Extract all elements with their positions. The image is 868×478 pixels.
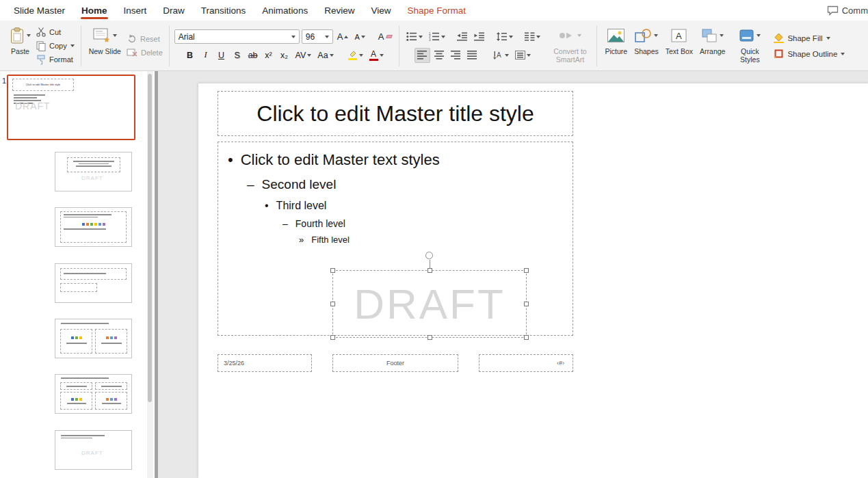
scrollbar-thumb[interactable] <box>148 74 152 402</box>
quick-styles-button[interactable]: Quick Styles <box>728 24 771 68</box>
rotate-handle[interactable] <box>425 252 433 259</box>
paste-label: Paste <box>11 47 29 55</box>
character-spacing-button[interactable]: AV <box>293 48 314 63</box>
delete-button[interactable]: Delete <box>124 47 165 59</box>
group-divider <box>596 25 597 66</box>
new-slide-button[interactable]: New Slide <box>86 24 124 68</box>
reset-button[interactable]: Reset <box>124 34 165 45</box>
text-highlight-button[interactable] <box>346 48 365 63</box>
shape-outline-button[interactable]: Shape Outline <box>774 49 845 59</box>
align-right-button[interactable] <box>449 48 463 63</box>
resize-handle-middle-right[interactable] <box>524 302 529 306</box>
outdent-icon <box>457 32 468 41</box>
increase-font-size-button[interactable]: A <box>335 29 351 44</box>
clear-formatting-button[interactable]: A <box>376 29 395 44</box>
cut-button[interactable]: Cut <box>34 27 77 38</box>
tab-home[interactable]: Home <box>73 0 116 21</box>
reset-icon <box>127 34 137 44</box>
layout-thumbnail-title-slide[interactable]: DRAFT <box>55 152 132 191</box>
tab-draw[interactable]: Draw <box>155 0 193 21</box>
copy-button[interactable]: Copy <box>34 40 77 52</box>
tab-view[interactable]: View <box>363 0 399 21</box>
arrange-label: Arrange <box>700 47 725 55</box>
ribbon-tab-bar: Slide Master Home Insert Draw Transition… <box>0 0 868 21</box>
thumbnail-scrollbar[interactable] <box>147 71 153 478</box>
numbering-button[interactable]: 123 <box>427 29 447 44</box>
resize-handle-bottom-right[interactable] <box>524 335 529 340</box>
decrease-indent-button[interactable] <box>455 29 470 44</box>
convert-to-smartart-button[interactable]: Convert to SmartArt <box>547 24 592 68</box>
change-case-button[interactable]: Aa <box>315 48 335 63</box>
master-slide-thumbnail[interactable]: Click to edit Master title style DRAFT <box>7 75 135 140</box>
chevron-down-icon <box>27 34 31 37</box>
slide-number-placeholder[interactable]: ‹#› <box>479 354 573 372</box>
format-painter-button[interactable]: Format <box>34 54 77 66</box>
increase-indent-button[interactable] <box>472 29 487 44</box>
line-spacing-button[interactable] <box>495 29 515 44</box>
strikethrough-button[interactable]: ab <box>246 48 260 63</box>
tab-shape-format[interactable]: Shape Format <box>399 0 474 21</box>
paste-button[interactable]: Paste <box>6 24 34 68</box>
shape-fill-button[interactable]: Shape Fill <box>774 33 845 43</box>
shape-fill-icon <box>774 33 784 43</box>
shapes-button[interactable]: Shapes <box>631 24 662 68</box>
underline-button[interactable]: U <box>215 48 228 63</box>
paste-icon <box>10 27 25 44</box>
body-level-1: •Click to edit Master text styles <box>228 151 573 169</box>
slide-number-placeholder-text: ‹#› <box>557 360 564 367</box>
shape-outline-label: Shape Outline <box>787 50 837 58</box>
chevron-down-icon <box>419 36 423 38</box>
scissors-icon <box>36 27 46 37</box>
tab-review[interactable]: Review <box>316 0 363 21</box>
resize-handle-top-center[interactable] <box>428 268 432 273</box>
resize-handle-bottom-left[interactable] <box>330 335 335 340</box>
tab-transitions[interactable]: Transitions <box>193 0 254 21</box>
font-size-select[interactable]: 96 <box>302 29 333 44</box>
bullets-button[interactable] <box>404 29 425 44</box>
font-name-select[interactable]: Arial <box>174 29 300 44</box>
numbering-icon: 123 <box>429 32 440 41</box>
layout-thumbnail-blank[interactable]: DRAFT <box>55 430 132 470</box>
font-color-button[interactable]: A <box>367 48 386 63</box>
title-placeholder[interactable]: Click to edit Master title style <box>218 91 573 136</box>
comments-button[interactable]: Comm <box>820 0 868 21</box>
italic-button[interactable]: I <box>199 48 213 63</box>
draft-watermark-textbox[interactable]: DRAFT <box>332 270 527 338</box>
chevron-down-icon <box>757 34 761 37</box>
align-text-button[interactable] <box>513 48 533 63</box>
align-center-button[interactable] <box>432 48 447 63</box>
resize-handle-middle-left[interactable] <box>330 302 335 306</box>
delete-label: Delete <box>141 49 163 57</box>
footer-placeholder[interactable]: Footer <box>332 354 458 372</box>
text-box-button[interactable]: A Text Box <box>662 24 696 68</box>
layout-thumbnail-title-only[interactable] <box>55 263 132 303</box>
smartart-area: Convert to SmartArt <box>545 23 594 69</box>
highlight-color-bar <box>348 58 357 60</box>
chevron-down-icon <box>380 54 384 57</box>
bold-button[interactable]: B <box>183 48 197 63</box>
layout-thumbnail-two-content[interactable] <box>55 319 132 358</box>
resize-handle-top-left[interactable] <box>330 268 335 273</box>
align-left-button[interactable] <box>415 48 430 63</box>
slide-master-number: 1 <box>2 77 6 85</box>
arrange-button[interactable]: Arrange <box>696 24 728 68</box>
tab-animations[interactable]: Animations <box>254 0 316 21</box>
text-direction-button[interactable]: A <box>491 48 511 63</box>
picture-button[interactable]: Picture <box>601 24 631 68</box>
subscript-button[interactable]: x₂ <box>278 48 291 63</box>
resize-handle-top-right[interactable] <box>524 268 529 273</box>
resize-handle-bottom-center[interactable] <box>428 335 432 340</box>
tab-slide-master[interactable]: Slide Master <box>5 0 73 21</box>
body-level-2: –Second level <box>247 177 573 192</box>
tab-insert[interactable]: Insert <box>116 0 155 21</box>
body-level-3: •Third level <box>265 200 573 212</box>
justify-button[interactable] <box>465 48 479 63</box>
layout-thumbnail-comparison[interactable] <box>55 374 132 414</box>
content-icons <box>96 395 127 401</box>
decrease-font-size-button[interactable]: A <box>352 29 367 44</box>
date-placeholder[interactable]: 3/25/26 <box>218 354 312 372</box>
columns-button[interactable] <box>523 29 542 44</box>
layout-thumbnail-content[interactable] <box>55 207 132 247</box>
superscript-button[interactable]: x² <box>262 48 276 63</box>
text-shadow-button[interactable]: S <box>231 48 244 63</box>
